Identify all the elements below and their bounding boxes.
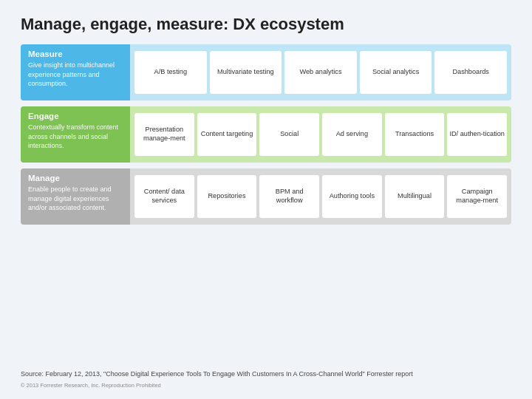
row-label-desc-manage: Enable people to create and manage digit… [28,185,123,211]
row-measure: MeasureGive insight into multichannel ex… [21,44,511,100]
row-label-engage: EngageContextually transform content acr… [21,106,130,163]
cell-measure-0: A/B testing [134,51,207,94]
row-label-title-manage: Manage [28,174,123,183]
cell-manage-5: Campaign manage-ment [447,175,507,218]
cell-manage-2: BPM and workflow [259,175,319,218]
cell-engage-2: Social [259,113,319,156]
row-cells-engage: Presentation manage-mentContent targetin… [130,106,511,163]
cell-engage-3: Ad serving [322,113,382,156]
footer-copyright: © 2013 Forrester Research, Inc. Reproduc… [21,382,511,389]
cell-engage-4: Transactions [385,113,445,156]
row-manage: ManageEnable people to create and manage… [21,168,511,225]
cell-measure-2: Web analytics [284,51,357,94]
page-title: Manage, engage, measure: DX ecosystem [21,15,511,34]
cell-manage-4: Multilingual [385,175,445,218]
row-cells-measure: A/B testingMultivariate testingWeb analy… [130,44,511,100]
cell-manage-0: Content/ data services [134,175,194,218]
cell-engage-1: Content targeting [197,113,257,156]
diagram: MeasureGive insight into multichannel ex… [21,44,511,361]
row-label-title-measure: Measure [28,50,123,58]
row-label-desc-engage: Contextually transform content across ch… [28,123,123,149]
cell-measure-3: Social analytics [360,51,432,94]
footer-source: Source: February 12, 2013, "Choose Digit… [21,369,511,380]
row-label-manage: ManageEnable people to create and manage… [21,168,130,225]
row-engage: EngageContextually transform content acr… [21,106,511,163]
row-label-desc-measure: Give insight into multichannel experienc… [28,61,123,87]
page: Manage, engage, measure: DX ecosystem Me… [0,0,532,399]
cell-measure-4: Dashboards [434,51,507,94]
cell-engage-0: Presentation manage-ment [134,113,194,156]
row-label-title-engage: Engage [28,112,123,120]
row-cells-manage: Content/ data servicesRepositoriesBPM an… [130,168,511,225]
cell-manage-3: Authoring tools [322,175,382,218]
cell-measure-1: Multivariate testing [210,51,282,94]
cell-engage-5: ID/ authen-tication [447,113,507,156]
cell-manage-1: Repositories [197,175,257,218]
row-label-measure: MeasureGive insight into multichannel ex… [21,44,130,100]
